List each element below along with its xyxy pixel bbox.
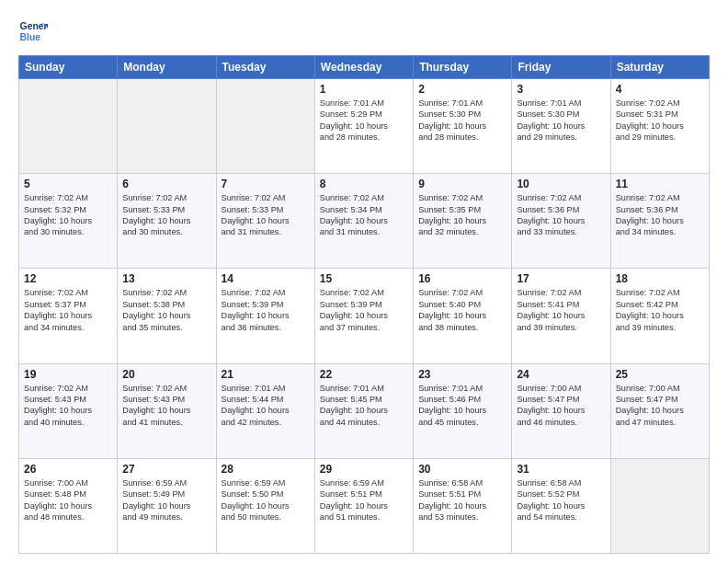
day-info: Sunrise: 7:02 AM Sunset: 5:37 PM Dayligh… bbox=[24, 287, 112, 333]
week-row-4: 19Sunrise: 7:02 AM Sunset: 5:43 PM Dayli… bbox=[19, 363, 710, 458]
day-info: Sunrise: 7:01 AM Sunset: 5:44 PM Dayligh… bbox=[222, 383, 310, 429]
day-number: 23 bbox=[418, 368, 506, 381]
day-cell: 17Sunrise: 7:02 AM Sunset: 5:41 PM Dayli… bbox=[512, 269, 610, 363]
day-info: Sunrise: 7:02 AM Sunset: 5:43 PM Dayligh… bbox=[24, 383, 112, 429]
weekday-wednesday: Wednesday bbox=[314, 56, 413, 79]
day-cell: 4Sunrise: 7:02 AM Sunset: 5:31 PM Daylig… bbox=[610, 79, 709, 174]
day-number: 1 bbox=[320, 83, 408, 96]
day-number: 13 bbox=[122, 272, 210, 285]
day-cell: 3Sunrise: 7:01 AM Sunset: 5:30 PM Daylig… bbox=[512, 79, 610, 174]
day-cell bbox=[19, 79, 118, 174]
day-number: 16 bbox=[418, 272, 506, 285]
day-info: Sunrise: 7:02 AM Sunset: 5:38 PM Dayligh… bbox=[122, 287, 210, 333]
day-info: Sunrise: 7:02 AM Sunset: 5:35 PM Dayligh… bbox=[418, 192, 506, 238]
weekday-tuesday: Tuesday bbox=[216, 56, 314, 79]
day-number: 29 bbox=[320, 463, 408, 476]
day-info: Sunrise: 7:02 AM Sunset: 5:36 PM Dayligh… bbox=[616, 192, 704, 238]
day-cell: 7Sunrise: 7:02 AM Sunset: 5:33 PM Daylig… bbox=[216, 174, 314, 269]
day-number: 24 bbox=[517, 368, 605, 381]
day-number: 2 bbox=[418, 83, 506, 96]
day-info: Sunrise: 7:00 AM Sunset: 5:48 PM Dayligh… bbox=[24, 477, 112, 523]
week-row-5: 26Sunrise: 7:00 AM Sunset: 5:48 PM Dayli… bbox=[19, 458, 710, 553]
calendar-table: SundayMondayTuesdayWednesdayThursdayFrid… bbox=[18, 55, 710, 554]
day-number: 30 bbox=[418, 463, 506, 476]
page: General Blue SundayMondayTuesdayWednesda… bbox=[0, 0, 728, 563]
day-number: 15 bbox=[320, 272, 408, 285]
day-number: 9 bbox=[418, 178, 506, 190]
day-info: Sunrise: 7:02 AM Sunset: 5:36 PM Dayligh… bbox=[517, 192, 605, 238]
day-number: 31 bbox=[517, 463, 605, 476]
day-number: 22 bbox=[320, 368, 408, 381]
day-cell: 15Sunrise: 7:02 AM Sunset: 5:39 PM Dayli… bbox=[314, 269, 413, 363]
day-info: Sunrise: 7:02 AM Sunset: 5:32 PM Dayligh… bbox=[24, 192, 112, 238]
day-cell: 22Sunrise: 7:01 AM Sunset: 5:45 PM Dayli… bbox=[314, 363, 413, 458]
day-info: Sunrise: 7:02 AM Sunset: 5:40 PM Dayligh… bbox=[418, 287, 506, 333]
day-info: Sunrise: 6:59 AM Sunset: 5:50 PM Dayligh… bbox=[222, 477, 310, 523]
logo: General Blue bbox=[18, 17, 51, 46]
day-cell bbox=[216, 79, 314, 174]
day-info: Sunrise: 7:01 AM Sunset: 5:30 PM Dayligh… bbox=[418, 98, 506, 144]
day-cell: 21Sunrise: 7:01 AM Sunset: 5:44 PM Dayli… bbox=[216, 363, 314, 458]
day-number: 4 bbox=[616, 83, 704, 96]
day-info: Sunrise: 7:02 AM Sunset: 5:33 PM Dayligh… bbox=[122, 192, 210, 238]
day-number: 17 bbox=[517, 272, 605, 285]
day-info: Sunrise: 6:58 AM Sunset: 5:51 PM Dayligh… bbox=[418, 477, 506, 523]
header: General Blue bbox=[18, 17, 710, 46]
week-row-2: 5Sunrise: 7:02 AM Sunset: 5:32 PM Daylig… bbox=[19, 174, 710, 269]
week-row-3: 12Sunrise: 7:02 AM Sunset: 5:37 PM Dayli… bbox=[19, 269, 710, 363]
day-cell: 14Sunrise: 7:02 AM Sunset: 5:39 PM Dayli… bbox=[216, 269, 314, 363]
day-cell: 6Sunrise: 7:02 AM Sunset: 5:33 PM Daylig… bbox=[118, 174, 216, 269]
day-info: Sunrise: 7:02 AM Sunset: 5:43 PM Dayligh… bbox=[122, 383, 210, 429]
day-cell: 16Sunrise: 7:02 AM Sunset: 5:40 PM Dayli… bbox=[414, 269, 512, 363]
day-cell: 23Sunrise: 7:01 AM Sunset: 5:46 PM Dayli… bbox=[414, 363, 512, 458]
day-number: 19 bbox=[24, 368, 112, 381]
weekday-header-row: SundayMondayTuesdayWednesdayThursdayFrid… bbox=[19, 56, 710, 79]
day-info: Sunrise: 7:02 AM Sunset: 5:33 PM Dayligh… bbox=[222, 192, 310, 238]
day-info: Sunrise: 7:02 AM Sunset: 5:41 PM Dayligh… bbox=[517, 287, 605, 333]
day-cell: 19Sunrise: 7:02 AM Sunset: 5:43 PM Dayli… bbox=[19, 363, 118, 458]
day-info: Sunrise: 7:01 AM Sunset: 5:29 PM Dayligh… bbox=[320, 98, 408, 144]
weekday-saturday: Saturday bbox=[610, 56, 709, 79]
day-cell: 5Sunrise: 7:02 AM Sunset: 5:32 PM Daylig… bbox=[19, 174, 118, 269]
day-cell: 9Sunrise: 7:02 AM Sunset: 5:35 PM Daylig… bbox=[414, 174, 512, 269]
day-number: 14 bbox=[222, 272, 310, 285]
day-info: Sunrise: 7:02 AM Sunset: 5:39 PM Dayligh… bbox=[320, 287, 408, 333]
svg-text:General: General bbox=[20, 21, 48, 31]
weekday-friday: Friday bbox=[512, 56, 610, 79]
day-info: Sunrise: 7:02 AM Sunset: 5:39 PM Dayligh… bbox=[222, 287, 310, 333]
day-cell: 8Sunrise: 7:02 AM Sunset: 5:34 PM Daylig… bbox=[314, 174, 413, 269]
day-cell: 10Sunrise: 7:02 AM Sunset: 5:36 PM Dayli… bbox=[512, 174, 610, 269]
day-cell: 12Sunrise: 7:02 AM Sunset: 5:37 PM Dayli… bbox=[19, 269, 118, 363]
day-info: Sunrise: 7:02 AM Sunset: 5:34 PM Dayligh… bbox=[320, 192, 408, 238]
day-cell: 29Sunrise: 6:59 AM Sunset: 5:51 PM Dayli… bbox=[314, 458, 413, 553]
day-number: 3 bbox=[517, 83, 605, 96]
day-number: 6 bbox=[122, 178, 210, 190]
day-cell: 26Sunrise: 7:00 AM Sunset: 5:48 PM Dayli… bbox=[19, 458, 118, 553]
svg-text:Blue: Blue bbox=[20, 32, 41, 42]
day-number: 8 bbox=[320, 178, 408, 190]
day-info: Sunrise: 6:59 AM Sunset: 5:49 PM Dayligh… bbox=[122, 477, 210, 523]
day-cell: 27Sunrise: 6:59 AM Sunset: 5:49 PM Dayli… bbox=[118, 458, 216, 553]
day-cell bbox=[118, 79, 216, 174]
week-row-1: 1Sunrise: 7:01 AM Sunset: 5:29 PM Daylig… bbox=[19, 79, 710, 174]
day-number: 12 bbox=[24, 272, 112, 285]
day-cell: 20Sunrise: 7:02 AM Sunset: 5:43 PM Dayli… bbox=[118, 363, 216, 458]
day-number: 10 bbox=[517, 178, 605, 190]
day-info: Sunrise: 6:59 AM Sunset: 5:51 PM Dayligh… bbox=[320, 477, 408, 523]
day-number: 26 bbox=[24, 463, 112, 476]
day-number: 18 bbox=[616, 272, 704, 285]
day-cell: 28Sunrise: 6:59 AM Sunset: 5:50 PM Dayli… bbox=[216, 458, 314, 553]
day-cell: 2Sunrise: 7:01 AM Sunset: 5:30 PM Daylig… bbox=[414, 79, 512, 174]
day-number: 11 bbox=[616, 178, 704, 190]
day-info: Sunrise: 7:01 AM Sunset: 5:46 PM Dayligh… bbox=[418, 383, 506, 429]
weekday-monday: Monday bbox=[118, 56, 216, 79]
weekday-thursday: Thursday bbox=[414, 56, 512, 79]
day-info: Sunrise: 7:01 AM Sunset: 5:30 PM Dayligh… bbox=[517, 98, 605, 144]
day-cell: 30Sunrise: 6:58 AM Sunset: 5:51 PM Dayli… bbox=[414, 458, 512, 553]
day-number: 21 bbox=[222, 368, 310, 381]
day-number: 27 bbox=[122, 463, 210, 476]
day-info: Sunrise: 7:01 AM Sunset: 5:45 PM Dayligh… bbox=[320, 383, 408, 429]
day-cell: 18Sunrise: 7:02 AM Sunset: 5:42 PM Dayli… bbox=[610, 269, 709, 363]
day-cell: 1Sunrise: 7:01 AM Sunset: 5:29 PM Daylig… bbox=[314, 79, 413, 174]
day-cell: 31Sunrise: 6:58 AM Sunset: 5:52 PM Dayli… bbox=[512, 458, 610, 553]
